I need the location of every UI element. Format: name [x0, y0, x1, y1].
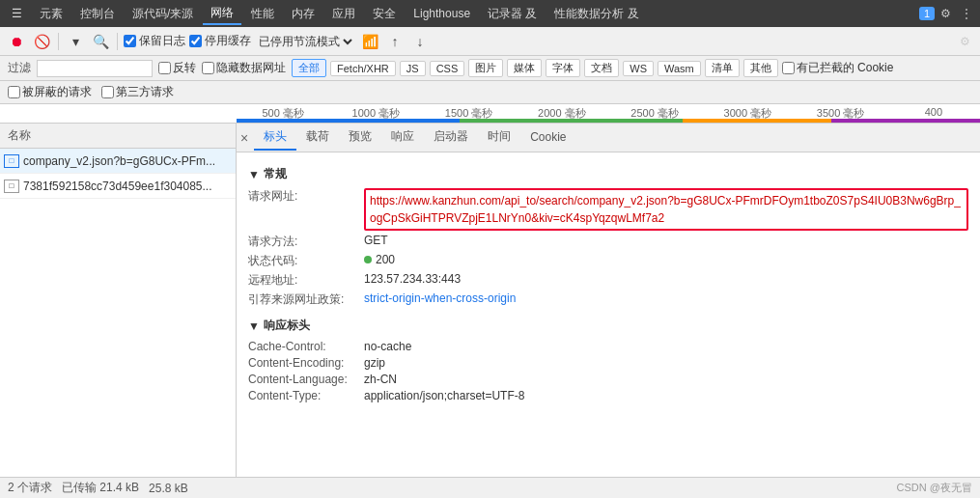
- hidden-requests-input[interactable]: [8, 86, 20, 98]
- tab-headers[interactable]: 标头: [254, 124, 296, 151]
- request-icon-1: □: [4, 154, 19, 168]
- content-type-row: Content-Type: application/json;charset=U…: [248, 389, 968, 402]
- filter-fetch-xhr[interactable]: Fetch/XHR: [330, 61, 396, 76]
- filter-ws[interactable]: WS: [623, 61, 654, 76]
- content-type-value: application/json;charset=UTF-8: [364, 389, 968, 402]
- request-name-1: company_v2.json?b=gG8UCx-PFm...: [23, 154, 215, 168]
- record-button[interactable]: ⏺: [6, 31, 27, 52]
- status-code-label: 状态代码:: [248, 253, 364, 269]
- filter-icon[interactable]: ▾: [65, 31, 86, 52]
- tab-payload[interactable]: 载荷: [296, 124, 339, 151]
- request-filter-bar: 被屏蔽的请求 第三方请求: [0, 81, 980, 104]
- filter-other[interactable]: 其他: [743, 59, 778, 77]
- request-list: 名称 □ company_v2.json?b=gG8UCx-PFm... □ 7…: [0, 124, 237, 498]
- filter-font[interactable]: 字体: [546, 59, 580, 77]
- third-party-label: 第三方请求: [116, 84, 174, 100]
- preserve-log-input[interactable]: [124, 35, 136, 47]
- menu-performance[interactable]: 性能: [243, 4, 282, 24]
- invert-label: 反转: [173, 60, 196, 76]
- disable-cache-checkbox[interactable]: 停用缓存: [189, 33, 251, 49]
- watermark: CSDN @夜无冒: [897, 481, 972, 495]
- wifi-icon[interactable]: 📶: [359, 31, 380, 52]
- filter-bar: 过滤 反转 隐藏数据网址 全部 Fetch/XHR JS CSS 图片 媒体 字…: [0, 56, 980, 81]
- tab-preview[interactable]: 预览: [339, 124, 381, 151]
- status-bar: 2 个请求 已传输 21.4 kB 25.8 kB CSDN @夜无冒: [0, 477, 980, 498]
- request-list-header: 名称: [0, 124, 236, 149]
- more-icon[interactable]: ⋮: [957, 5, 976, 22]
- filter-media[interactable]: 媒体: [507, 59, 542, 77]
- filter-manifest[interactable]: 清单: [705, 59, 740, 77]
- list-item[interactable]: □ company_v2.json?b=gG8UCx-PFm...: [0, 149, 236, 174]
- name-column-header: 名称: [4, 127, 232, 144]
- menu-sources[interactable]: 源代码/来源: [125, 4, 201, 24]
- list-item[interactable]: □ 7381f592158cc73d459ee1f304085...: [0, 174, 236, 199]
- hidden-requests-checkbox[interactable]: 被屏蔽的请求: [8, 84, 92, 100]
- filter-css[interactable]: CSS: [430, 61, 465, 76]
- referrer-policy-value[interactable]: strict-origin-when-cross-origin: [364, 291, 968, 305]
- throttle-select[interactable]: 已停用节流模式: [255, 34, 355, 49]
- status-dot: [364, 256, 372, 263]
- main-content: 名称 □ company_v2.json?b=gG8UCx-PFm... □ 7…: [0, 124, 980, 498]
- settings2-icon[interactable]: ⚙: [956, 33, 974, 50]
- tab-response[interactable]: 响应: [381, 124, 424, 151]
- filter-all[interactable]: 全部: [292, 59, 326, 77]
- request-icon-2: □: [4, 180, 19, 193]
- search-icon[interactable]: 🔍: [90, 31, 111, 52]
- download-icon[interactable]: ↓: [409, 31, 431, 52]
- disable-cache-input[interactable]: [189, 35, 202, 47]
- menu-network[interactable]: 网络: [203, 3, 241, 25]
- close-button[interactable]: ×: [240, 130, 248, 146]
- response-label: 响应标头: [264, 318, 310, 334]
- third-party-checkbox[interactable]: 第三方请求: [101, 84, 174, 100]
- settings-icon[interactable]: ⚙: [937, 5, 955, 22]
- menu-perf-insights[interactable]: 性能数据分析 及: [546, 4, 646, 24]
- hide-data-urls-checkbox[interactable]: 隐藏数据网址: [202, 60, 286, 76]
- upload-icon[interactable]: ↑: [384, 31, 406, 52]
- tab-timing[interactable]: 时间: [478, 124, 520, 151]
- request-url-row: 请求网址: https://www.kanzhun.com/api_to/sea…: [248, 188, 968, 231]
- filter-types: 全部 Fetch/XHR JS CSS 图片 媒体 字体 文档 WS Wasm …: [292, 59, 893, 77]
- third-party-input[interactable]: [101, 86, 114, 98]
- tab-initiator[interactable]: 启动器: [424, 124, 478, 151]
- filter-input[interactable]: [37, 60, 153, 77]
- menu-memory[interactable]: 内存: [284, 4, 322, 24]
- detail-content: ▼ 常规 请求网址: https://www.kanzhun.com/api_t…: [237, 152, 980, 413]
- content-encoding-value: gzip: [364, 356, 968, 370]
- stop-button[interactable]: 🚫: [31, 31, 52, 52]
- menu-icon[interactable]: ☰: [4, 5, 30, 22]
- request-method-row: 请求方法: GET: [248, 234, 968, 250]
- preserve-log-checkbox[interactable]: 保留日志: [124, 33, 185, 49]
- request-url-value[interactable]: https://www.kanzhun.com/api_to/search/co…: [364, 188, 968, 231]
- throttle-select-group: 已停用节流模式: [255, 34, 355, 49]
- general-section-header[interactable]: ▼ 常规: [248, 166, 968, 182]
- request-name-2: 7381f592158cc73d459ee1f304085...: [23, 180, 212, 193]
- tab-cookie[interactable]: Cookie: [520, 126, 575, 150]
- filter-img[interactable]: 图片: [468, 59, 503, 77]
- general-label: 常规: [264, 166, 287, 182]
- menu-recorder[interactable]: 记录器 及: [480, 4, 545, 24]
- blocked-cookies-checkbox[interactable]: 有已拦截的 Cookie: [782, 60, 894, 76]
- menu-lighthouse[interactable]: Lighthouse: [406, 5, 478, 22]
- menu-console[interactable]: 控制台: [72, 4, 123, 24]
- dock-badge: 1: [919, 7, 935, 20]
- menu-security[interactable]: 安全: [365, 4, 404, 24]
- hide-data-urls-input[interactable]: [202, 62, 214, 74]
- detail-tabs: × 标头 载荷 预览 响应 启动器 时间 Cookie: [237, 124, 980, 152]
- toolbar: ⏺ 🚫 ▾ 🔍 保留日志 停用缓存 已停用节流模式 📶 ↑ ↓ ⚙: [0, 27, 980, 56]
- filter-js[interactable]: JS: [400, 61, 426, 76]
- content-language-value: zh-CN: [364, 373, 968, 386]
- filter-doc[interactable]: 文档: [584, 59, 619, 77]
- menu-elements[interactable]: 元素: [32, 4, 70, 24]
- invert-checkbox[interactable]: 反转: [158, 60, 196, 76]
- cache-control-label: Cache-Control:: [248, 340, 364, 353]
- response-section-header[interactable]: ▼ 响应标头: [248, 318, 968, 334]
- filter-wasm[interactable]: Wasm: [658, 61, 701, 76]
- invert-input[interactable]: [158, 62, 171, 74]
- filter-label: 过滤: [8, 60, 31, 76]
- menu-application[interactable]: 应用: [324, 4, 363, 24]
- transferred-size: 已传输 21.4 kB: [62, 480, 139, 496]
- status-code-row: 状态代码: 200: [248, 253, 968, 269]
- hidden-requests-label: 被屏蔽的请求: [22, 84, 92, 100]
- response-arrow: ▼: [248, 319, 260, 333]
- blocked-cookies-input[interactable]: [782, 62, 795, 74]
